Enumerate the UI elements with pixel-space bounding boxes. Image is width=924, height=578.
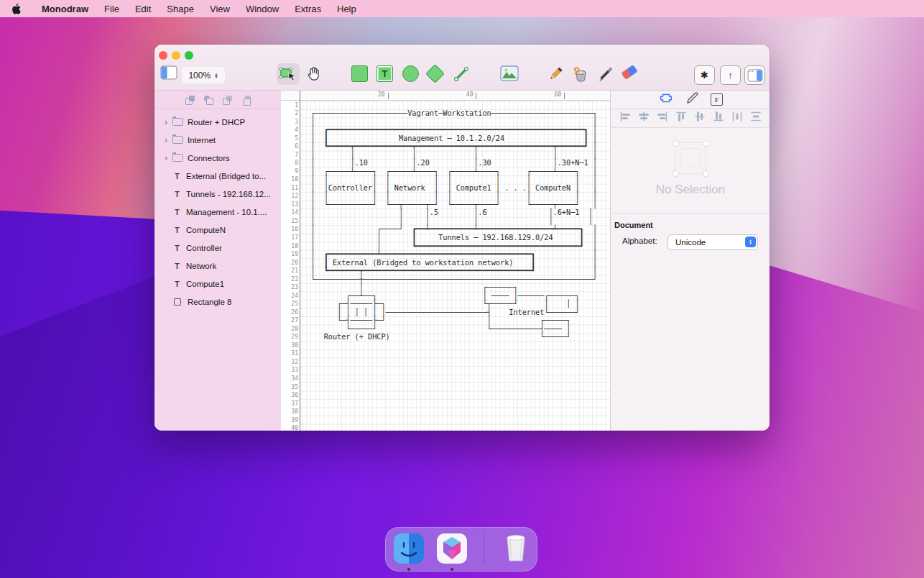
sidebar-item-internet[interactable]: ›Internet bbox=[154, 131, 281, 149]
menu-item-file[interactable]: File bbox=[96, 4, 127, 14]
sidebar-item-controller[interactable]: TController bbox=[154, 239, 281, 257]
zoom-window-button[interactable] bbox=[185, 51, 193, 60]
inspector-panel: F No Selection Document Alphabet: Unicod… bbox=[610, 91, 770, 431]
text-tool-icon: T bbox=[376, 65, 393, 82]
line-number: 26 bbox=[281, 308, 300, 317]
sidebar-item-rectangle-8[interactable]: Rectangle 8 bbox=[154, 293, 281, 311]
chevron-right-icon[interactable]: › bbox=[161, 153, 171, 163]
layer-label: Network bbox=[186, 262, 216, 270]
layer-label: Management - 10.1.... bbox=[186, 208, 267, 216]
line-number: 14 bbox=[281, 208, 300, 217]
image-tool-button[interactable] bbox=[500, 65, 519, 81]
dock-monodraw-icon[interactable] bbox=[436, 533, 468, 564]
toggle-inspector-button[interactable] bbox=[744, 65, 765, 85]
menu-item-window[interactable]: Window bbox=[238, 4, 287, 14]
alphabet-dropdown[interactable]: Unicode ▲▼ bbox=[667, 234, 758, 250]
distribute-vertical-button[interactable] bbox=[750, 111, 762, 125]
export-button[interactable]: ↑ bbox=[720, 65, 741, 85]
sidebar-item-connectors[interactable]: ›Connectors bbox=[154, 149, 281, 167]
send-backward-icon[interactable] bbox=[241, 96, 251, 104]
dock-finder-icon[interactable] bbox=[393, 533, 425, 564]
line-number: 20 bbox=[281, 259, 300, 267]
tab-geometry[interactable] bbox=[658, 91, 674, 108]
line-number: 37 bbox=[281, 400, 300, 408]
text-layer-icon: T bbox=[172, 208, 182, 216]
line-number: 33 bbox=[281, 366, 300, 375]
menu-item-extras[interactable]: Extras bbox=[287, 4, 329, 14]
line-number: 29 bbox=[281, 333, 300, 341]
zoom-level-value: 100% bbox=[188, 70, 211, 81]
hand-icon bbox=[305, 65, 323, 83]
sidebar-item-router-dhcp[interactable]: ›Router + DHCP bbox=[154, 113, 281, 131]
column-ruler: 204060 bbox=[281, 91, 610, 101]
line-number: 19 bbox=[281, 250, 300, 259]
ellipse-icon bbox=[402, 65, 419, 82]
paint-bucket-icon bbox=[570, 65, 590, 83]
text-layer-icon: T bbox=[172, 262, 182, 270]
pen-tool-button[interactable] bbox=[597, 65, 614, 83]
line-number: 3 bbox=[281, 118, 300, 127]
align-middle-vertical-button[interactable] bbox=[694, 111, 706, 125]
geometry-tab-icon bbox=[658, 91, 674, 105]
layer-label: Controller bbox=[186, 244, 222, 252]
dock-trash-icon[interactable] bbox=[500, 533, 532, 564]
toggle-sidebar-button[interactable] bbox=[160, 65, 177, 80]
align-right-button[interactable] bbox=[657, 111, 668, 125]
group-icon[interactable] bbox=[185, 96, 195, 104]
minimize-button[interactable] bbox=[172, 51, 180, 60]
line-number: 2 bbox=[281, 109, 300, 118]
special-characters-button[interactable]: ✱ bbox=[694, 65, 715, 85]
sidebar-item-network[interactable]: TNetwork bbox=[154, 257, 281, 275]
ungroup-icon[interactable] bbox=[204, 96, 213, 104]
alphabet-value: Unicode bbox=[675, 238, 706, 247]
rectangle-tool-button[interactable] bbox=[351, 65, 368, 82]
drawing-canvas[interactable]: 204060 123456789101112131415161718192021… bbox=[281, 91, 610, 431]
pan-tool-button[interactable] bbox=[305, 65, 323, 83]
sidebar-item-management-10-1[interactable]: TManagement - 10.1.... bbox=[154, 203, 281, 221]
selection-tool-button[interactable] bbox=[277, 63, 300, 85]
chevron-right-icon[interactable]: › bbox=[161, 135, 171, 145]
line-tool-button[interactable] bbox=[453, 65, 470, 83]
eraser-tool-button[interactable] bbox=[622, 68, 637, 76]
align-bottom-button[interactable] bbox=[713, 111, 724, 125]
menu-items: FileEditShapeViewWindowExtrasHelp bbox=[96, 4, 364, 14]
close-button[interactable] bbox=[159, 51, 167, 60]
menu-item-help[interactable]: Help bbox=[329, 4, 364, 14]
pencil-tool-button[interactable] bbox=[546, 65, 564, 83]
menu-app-name[interactable]: Monodraw bbox=[34, 4, 96, 14]
menu-item-shape[interactable]: Shape bbox=[159, 4, 202, 14]
sidebar-item-external-bridged-to[interactable]: TExternal (Bridged to... bbox=[154, 167, 281, 185]
apple-menu-icon[interactable] bbox=[11, 4, 21, 14]
line-number: 17 bbox=[281, 234, 300, 242]
align-top-button[interactable] bbox=[675, 111, 687, 125]
text-tool-button[interactable]: T bbox=[376, 65, 393, 82]
line-number: 4 bbox=[281, 126, 300, 134]
menu-item-edit[interactable]: Edit bbox=[127, 4, 159, 14]
zoom-level-control[interactable]: 100% ▲▼ bbox=[182, 67, 225, 83]
sidebar-item-compute1[interactable]: TCompute1 bbox=[154, 275, 281, 293]
tab-style[interactable] bbox=[685, 91, 699, 108]
distribute-horizontal-button[interactable] bbox=[731, 111, 743, 125]
dropdown-stepper-icon: ▲▼ bbox=[745, 237, 756, 247]
alphabet-label: Alphabet: bbox=[622, 237, 657, 245]
tab-text[interactable]: F bbox=[711, 93, 723, 106]
ruler-mark: 40 bbox=[466, 91, 473, 98]
sidebar-item-tunnels-192-168-12[interactable]: TTunnels - 192.168.12... bbox=[154, 185, 281, 203]
gutter-divider bbox=[300, 91, 300, 431]
fill-tool-button[interactable] bbox=[570, 65, 590, 83]
document-section-title: Document bbox=[614, 221, 770, 229]
ascii-diagram[interactable]: ┌─────────────────────Vagrant─Workstatio… bbox=[302, 101, 597, 341]
ellipse-tool-button[interactable] bbox=[402, 65, 419, 82]
sidebar-item-computen[interactable]: TComputeN bbox=[154, 221, 281, 239]
layer-label: Tunnels - 192.168.12... bbox=[186, 190, 271, 198]
diamond-tool-button[interactable] bbox=[428, 67, 442, 81]
align-left-button[interactable] bbox=[619, 111, 631, 125]
line-number: 6 bbox=[281, 142, 300, 151]
bring-forward-icon[interactable] bbox=[223, 96, 232, 104]
chevron-right-icon[interactable]: › bbox=[161, 117, 171, 127]
menu-item-view[interactable]: View bbox=[202, 4, 238, 14]
align-center-horizontal-button[interactable] bbox=[638, 111, 650, 125]
ruler-tick bbox=[388, 93, 389, 99]
layer-label: Router + DHCP bbox=[188, 118, 245, 127]
line-number: 11 bbox=[281, 184, 300, 193]
